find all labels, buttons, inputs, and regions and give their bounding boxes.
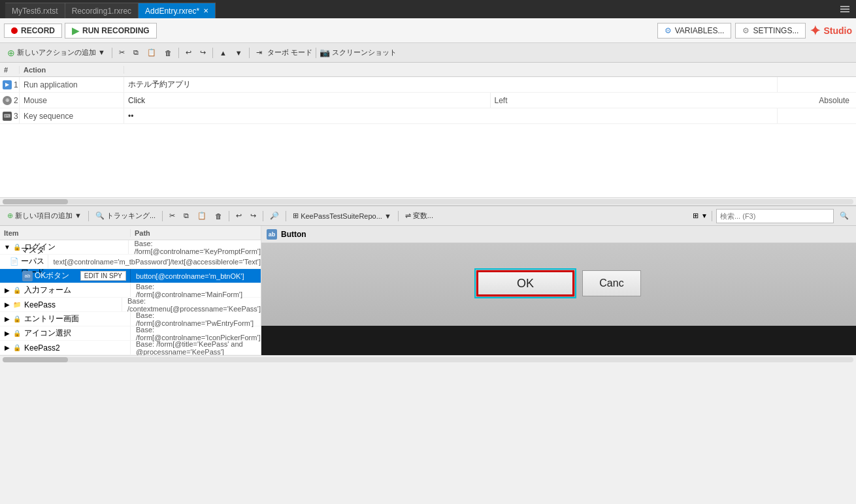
tab-bar: MyTest6.rxtst Recording1.rxrec AddEntry.…	[5, 0, 216, 18]
run-recording-button[interactable]: ▶ RUN RECORDING	[65, 23, 157, 39]
lock2-icon: 🔒	[12, 285, 22, 296]
h-scrollbar[interactable]	[0, 197, 856, 205]
cut-bottom-button[interactable]: ✂	[166, 210, 178, 221]
row-action-3: Key sequence	[20, 108, 124, 123]
item-cell-okbutton: ab OKボタン EDIT IN SPY	[0, 269, 131, 283]
cut-icon: ✂	[119, 48, 125, 57]
col-num-header: #	[0, 66, 20, 74]
settings-button[interactable]: ⚙ SETTINGS...	[735, 23, 806, 39]
edit-in-spy-button[interactable]: EDIT IN SPY	[80, 271, 126, 281]
tree-item-iconselect[interactable]: ▶ 🔒 アイコン選択 Base: /form[@controlname='Ico…	[0, 326, 261, 341]
undo-icon: ↩	[186, 48, 191, 57]
copy-bottom-button[interactable]: ⧉	[180, 210, 192, 221]
toolbar-separator-1	[112, 48, 112, 58]
undo-bottom-button[interactable]: ↩	[233, 210, 245, 221]
tree-item-keepass[interactable]: ▶ 📁 KeePass Base: /contextmenu[@processn…	[0, 298, 261, 312]
cut-button[interactable]: ✂	[116, 47, 128, 58]
preview-panel: ab Button OK Canc	[261, 226, 856, 355]
record-button[interactable]: RECORD	[4, 24, 62, 38]
settings-icon: ⚙	[742, 26, 749, 35]
delete-button[interactable]: 🗑	[161, 48, 175, 58]
lock3-icon: 🔒	[12, 314, 22, 324]
folder-icon: 📁	[12, 300, 22, 310]
add-icon: ⊕	[7, 48, 15, 58]
row-num-1: ▶ 1	[0, 77, 20, 92]
paste-bottom-button[interactable]: 📋	[194, 210, 210, 221]
table-header: # Action	[0, 63, 856, 77]
add-new-action-button[interactable]: ⊕ 新しいアクションの追加 ▼	[4, 46, 108, 59]
expand-keepass-icon[interactable]: ▶	[3, 301, 12, 308]
add-new-item-button[interactable]: ⊕ 新しい項目の追加 ▼	[4, 210, 85, 222]
bottom-sep-6	[398, 211, 399, 221]
search-box	[716, 209, 834, 223]
tree-item-inputform[interactable]: ▶ 🔒 入力フォーム Base: /form[@controlname='Mai…	[0, 283, 261, 298]
tab-recording1[interactable]: Recording1.rxrec	[65, 3, 139, 18]
screenshot-icon: 📷	[320, 48, 330, 57]
item-cell-iconselect: ▶ 🔒 アイコン選択	[0, 326, 131, 340]
undo-bottom-icon: ↩	[236, 212, 242, 220]
mouse-icon: ⊕	[3, 96, 12, 105]
spy-bottom-button[interactable]: 🔎	[267, 210, 282, 221]
tree-item-okbutton[interactable]: ab OKボタン EDIT IN SPY button[@controlname…	[0, 269, 261, 283]
search-input[interactable]	[720, 212, 830, 220]
expand-login-icon[interactable]: ▼	[3, 244, 12, 251]
search-submit-button[interactable]: 🔍	[836, 210, 852, 221]
bottom-sep-1	[88, 211, 89, 221]
cut-bottom-icon: ✂	[169, 212, 175, 220]
title-bar-right	[839, 3, 851, 15]
item-cell-entryscreen: ▶ 🔒 エントリー画面	[0, 312, 131, 326]
redo-button[interactable]: ↪	[197, 47, 209, 58]
item-cell-inputform: ▶ 🔒 入力フォーム	[0, 283, 131, 297]
lock4-icon: 🔒	[12, 328, 22, 339]
undo-button[interactable]: ↩	[182, 47, 195, 58]
down-icon: ▼	[235, 49, 242, 57]
tab-addentry[interactable]: AddEntry.rxrec* ✕	[139, 3, 216, 18]
preview-ab-icon: ab	[267, 229, 277, 240]
tree-item-masterpassword[interactable]: 📄 マスターパスワード text[@controlname='m_tbPassw…	[0, 255, 261, 269]
up-button[interactable]: ▲	[216, 48, 230, 58]
preview-image-area: OK Canc	[261, 243, 856, 355]
bottom-scrollbar[interactable]	[0, 355, 856, 363]
indent-button[interactable]: ⇥	[253, 47, 265, 58]
redo-bottom-button[interactable]: ↪	[247, 210, 259, 221]
play-icon: ▶	[72, 25, 79, 36]
tree-item-entryscreen[interactable]: ▶ 🔒 エントリー画面 Base: /form[@controlname='Pw…	[0, 312, 261, 326]
search-icon: 🔍	[840, 212, 849, 220]
repo-selector-button[interactable]: ⊞ KeePassTestSuiteRepo... ▼	[289, 210, 395, 221]
table-row[interactable]: ▶ 1 Run application ホテル予約アプリ	[0, 77, 856, 93]
expand-entryscreen-icon[interactable]: ▶	[3, 315, 12, 323]
close-tab-icon[interactable]: ✕	[203, 7, 208, 14]
doc-icon: 📄	[10, 257, 19, 267]
row-detail1-3: ••	[124, 108, 778, 123]
lock5-icon: 🔒	[12, 343, 22, 353]
toolbar-separator-5	[316, 48, 316, 58]
tracking-button[interactable]: 🔍 トラッキング...	[92, 210, 159, 222]
path-cell-keepass2: Base: /form[@title='KeePass' and @proces…	[131, 341, 261, 354]
redo-bottom-icon: ↪	[250, 212, 256, 220]
bottom-sep-2	[162, 211, 163, 221]
expand-keepass2-icon[interactable]: ▶	[3, 344, 12, 351]
grid-view-icon: ⊞	[693, 212, 699, 220]
expand-inputform-icon[interactable]: ▶	[3, 287, 12, 294]
paste-button[interactable]: 📋	[144, 47, 159, 58]
title-bar-menu-icon[interactable]	[839, 3, 851, 15]
expand-iconselect-icon[interactable]: ▶	[3, 330, 12, 337]
path-cell-entryscreen: Base: /form[@controlname='PwEntryForm']	[131, 312, 261, 326]
item-cell-keepass: ▶ 📁 KeePass	[0, 298, 122, 311]
path-cell-keepass: Base: /contextmenu[@processname='KeePass…	[122, 298, 261, 311]
tree-item-keepass2[interactable]: ▶ 🔒 KeePass2 Base: /form[@title='KeePass…	[0, 341, 261, 355]
down-button[interactable]: ▼	[232, 48, 246, 58]
delete-bottom-button[interactable]: 🗑	[212, 211, 225, 221]
screenshot-label: スクリーンショット	[332, 48, 397, 57]
tab-mytest6[interactable]: MyTest6.rxtst	[5, 3, 65, 18]
variables-button[interactable]: ⚙ VARIABLES...	[657, 23, 732, 39]
indent-icon: ⇥	[256, 48, 262, 57]
copy-button[interactable]: ⧉	[130, 47, 142, 58]
ab-icon: ab	[22, 271, 33, 281]
table-row[interactable]: ⌨ 3 Key sequence ••	[0, 108, 856, 124]
tree-panel: Item Path ▼ 🔒 ログイン Base: /form[@controln…	[0, 226, 261, 355]
up-icon: ▲	[220, 49, 227, 57]
table-row[interactable]: ⊕ 2 Mouse Click Left Absolute	[0, 93, 856, 108]
tree-header: Item Path	[0, 226, 261, 240]
variables-bottom-button[interactable]: ⇌ 変数...	[402, 210, 436, 222]
